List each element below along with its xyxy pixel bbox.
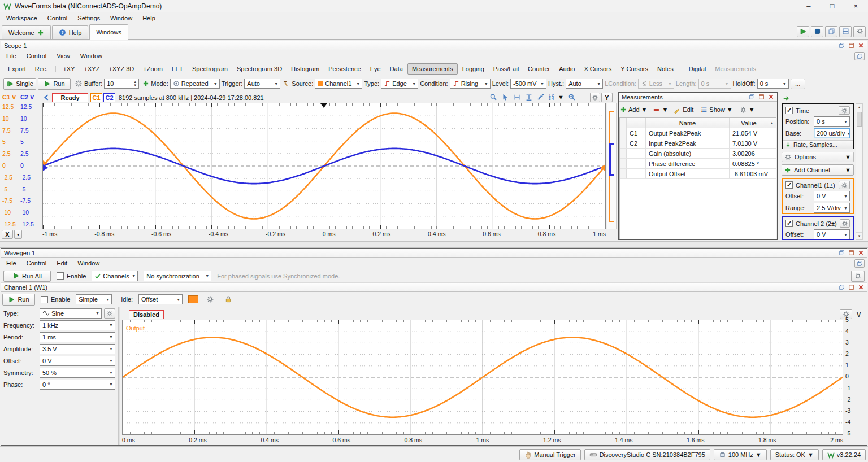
scope-view-button[interactable]: Rec.: [31, 63, 53, 75]
channels-layout-icon[interactable]: 1 23 4: [549, 94, 554, 101]
wavegen-menu-item[interactable]: Edit: [51, 258, 72, 268]
base-combo[interactable]: 200 us/div▼: [814, 128, 850, 138]
more-options-button[interactable]: ...: [791, 79, 805, 89]
history-back-icon[interactable]: [43, 94, 50, 101]
measurement-row[interactable]: Gain (absolute) 3.00206: [620, 149, 776, 159]
trigger-position-marker[interactable]: [320, 103, 327, 108]
maximize-button[interactable]: □: [830, 2, 835, 10]
scroll-up-icon[interactable]: ▲: [856, 104, 862, 111]
channel-run-button[interactable]: Run: [2, 294, 35, 306]
value-column-header[interactable]: Value: [730, 118, 768, 128]
wavegen-enable-checkbox[interactable]: Enable: [57, 272, 86, 280]
rate-samples-button[interactable]: Rate, Samples...: [783, 140, 853, 149]
scope-view-button[interactable]: Notes: [653, 63, 678, 75]
channel-column-header[interactable]: [627, 118, 646, 128]
c2-badge[interactable]: C2: [103, 93, 115, 102]
app-menu-item[interactable]: Control: [42, 13, 72, 23]
scope-view-button[interactable]: Pass/Fail: [489, 63, 523, 75]
field-combo[interactable]: 1 kHz▼: [40, 320, 115, 330]
close-icon[interactable]: [858, 284, 864, 290]
time-checkbox[interactable]: ✓: [785, 107, 793, 114]
scope-view-button[interactable]: Histogram: [287, 63, 324, 75]
scope-view-button[interactable]: Audio: [554, 63, 579, 75]
idle-combo[interactable]: Offset▼: [138, 294, 183, 304]
field-combo[interactable]: 1 ms▼: [40, 332, 115, 342]
measurement-row[interactable]: Output Offset -6.61003 mV: [620, 169, 776, 179]
field-combo[interactable]: 3.5 V▼: [40, 344, 115, 354]
channel-zero-markers[interactable]: [43, 160, 49, 171]
scope-view-button[interactable]: Eye: [366, 63, 385, 75]
wavegen-undock-button[interactable]: [854, 259, 865, 268]
tab[interactable]: Help: [52, 25, 89, 39]
close-icon[interactable]: [768, 94, 774, 100]
zoom-icon[interactable]: [489, 93, 497, 101]
restore-icon[interactable]: [749, 94, 755, 100]
channel1-checkbox[interactable]: ✓: [785, 181, 793, 189]
run-all-button[interactable]: Run All: [3, 271, 51, 282]
wavegen-menu-item[interactable]: Window: [72, 258, 105, 268]
close-icon[interactable]: [858, 42, 864, 49]
scope-view-button[interactable]: Counter: [523, 63, 554, 75]
wavegen-settings-button[interactable]: [851, 271, 865, 282]
maximize-icon[interactable]: [848, 42, 854, 49]
scroll-down-icon[interactable]: ▼: [856, 232, 862, 239]
edit-measurement-button[interactable]: Edit: [674, 106, 693, 114]
vertical-splitter[interactable]: [118, 307, 120, 445]
scope-plot[interactable]: [42, 103, 606, 229]
scope-undock-button[interactable]: [854, 52, 865, 60]
scope-view-button[interactable]: Measurements: [710, 63, 761, 75]
scope-view-button[interactable]: Data: [385, 63, 407, 75]
add-channel-button[interactable]: Add Channel ▼: [782, 164, 854, 176]
scroll-up-icon[interactable]: ▲: [768, 118, 776, 128]
panel-scrollbar[interactable]: ▲ ▼: [856, 103, 863, 240]
time-settings-button[interactable]: [839, 106, 850, 115]
name-column-header[interactable]: Name: [646, 118, 730, 128]
type-combo[interactable]: Edge▼: [381, 79, 418, 89]
channel-enable-checkbox[interactable]: Enable: [41, 296, 70, 303]
buffer-spinner[interactable]: 10▲▼: [104, 79, 139, 89]
channel1-range-combo[interactable]: 2.5 V/div▼: [814, 203, 850, 213]
stop-all-instruments-button[interactable]: [811, 26, 823, 37]
plot-settings-button[interactable]: [590, 93, 600, 102]
scope-menu-item[interactable]: File: [1, 51, 21, 61]
pointer-icon[interactable]: [501, 93, 509, 101]
scope-view-button[interactable]: Y Cursors: [616, 63, 653, 75]
scope-menu-item[interactable]: Window: [75, 51, 107, 61]
channel2-offset-combo[interactable]: 0 V▼: [814, 229, 850, 239]
scope-view-button[interactable]: Logging: [458, 63, 489, 75]
maximize-icon[interactable]: [848, 250, 854, 256]
maximize-icon[interactable]: [848, 284, 854, 290]
manual-trigger-button[interactable]: Manual Trigger: [519, 449, 580, 460]
channel2-settings-button[interactable]: [840, 219, 850, 228]
show-measurements-button[interactable]: Show▼: [700, 106, 732, 114]
restore-icon[interactable]: [839, 284, 845, 290]
tab[interactable]: Windows: [89, 24, 128, 40]
channels-combo[interactable]: Channels▼: [92, 271, 138, 281]
scope-titlebar[interactable]: Scope 1: [1, 41, 867, 50]
maximize-icon[interactable]: [758, 94, 765, 100]
scope-view-button[interactable]: FFT: [167, 63, 188, 75]
restore-icon[interactable]: [839, 250, 845, 256]
scope-view-button[interactable]: Export: [3, 63, 31, 75]
scope-view-button[interactable]: Measurements: [407, 63, 458, 75]
clock-frequency-button[interactable]: 100 MHz▼: [714, 449, 767, 460]
wavegen-menu-item[interactable]: File: [1, 258, 21, 268]
cascade-windows-button[interactable]: [825, 26, 837, 37]
vertical-fit-icon[interactable]: [525, 93, 533, 101]
add-mode-icon[interactable]: [142, 80, 149, 87]
scope-view-button[interactable]: Spectrogram 3D: [232, 63, 287, 75]
app-menu-item[interactable]: Help: [137, 13, 160, 23]
trigger-level-marker[interactable]: [600, 164, 605, 171]
channel1-settings-button[interactable]: [839, 181, 850, 189]
level-combo[interactable]: -500 mV▼: [510, 79, 546, 89]
source-combo[interactable]: Channel1▼: [315, 79, 362, 89]
channel-settings-button[interactable]: [204, 294, 216, 305]
wavegen-menu-item[interactable]: Control: [21, 258, 51, 268]
channel-lock-button[interactable]: [222, 294, 235, 305]
field-combo[interactable]: 0 °▼: [40, 380, 115, 390]
scope-menu-item[interactable]: View: [51, 51, 75, 61]
wavegen-titlebar[interactable]: Wavegen 1: [1, 249, 867, 258]
c1-axis-header[interactable]: C1 V: [2, 94, 16, 101]
close-button[interactable]: ×: [853, 2, 858, 10]
options-button[interactable]: Options ▼: [782, 152, 854, 162]
